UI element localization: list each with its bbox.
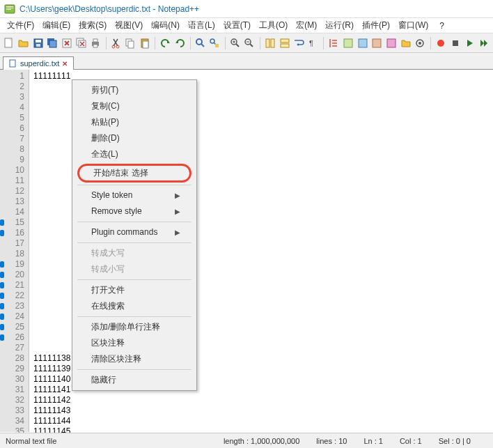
line-number: 1 [1, 71, 24, 82]
line-number: 28 [1, 353, 24, 364]
menu-language[interactable]: 语言(L) [184, 18, 219, 33]
menu-file[interactable]: 文件(F) [3, 18, 38, 33]
menu-help[interactable]: ? [435, 20, 448, 32]
line-number: 10 [1, 165, 24, 176]
status-length: length : 1,000,000,000 [224, 437, 299, 445]
line-number: 15 [1, 217, 24, 228]
code-area[interactable]: 剪切(T)复制(C)粘贴(P)删除(D)全选(L)开始/结束 选择Style t… [29, 70, 493, 432]
svg-rect-6 [36, 40, 41, 43]
context-menu-label: 在线搜索 [91, 301, 125, 311]
context-menu-item[interactable]: Style token▶ [75, 187, 194, 203]
menu-view[interactable]: 视图(V) [111, 18, 147, 33]
doc-list-icon[interactable] [370, 36, 384, 51]
indent-guide-icon[interactable] [327, 36, 341, 51]
context-menu-item[interactable]: 删除(D) [75, 130, 194, 146]
func-list-icon[interactable] [385, 36, 398, 51]
menu-search[interactable]: 搜索(S) [75, 18, 111, 33]
sync-v-icon[interactable] [264, 36, 277, 51]
context-menu-item[interactable]: Remove style▶ [75, 203, 194, 219]
wrap-icon[interactable] [292, 36, 306, 51]
line-number: 11 [1, 176, 24, 186]
svg-rect-29 [281, 39, 289, 43]
sync-h-icon[interactable] [278, 36, 291, 51]
open-file-icon[interactable] [17, 36, 31, 51]
replace-icon[interactable] [208, 36, 221, 51]
folder-workspace-icon[interactable] [399, 36, 412, 51]
menu-settings[interactable]: 设置(T) [219, 18, 255, 33]
tab-label: superdic.txt [20, 59, 59, 68]
ud-lang-icon[interactable] [342, 36, 355, 51]
record-icon[interactable] [435, 36, 448, 51]
close-doc-icon[interactable] [61, 36, 74, 51]
context-menu-item[interactable]: Plugin commands▶ [75, 224, 194, 240]
undo-icon[interactable] [159, 36, 172, 51]
line-number: 29 [1, 364, 24, 374]
context-menu-item[interactable]: 打开文件 [75, 282, 194, 298]
context-menu-item[interactable]: 全选(L) [75, 146, 194, 162]
menu-tools[interactable]: 工具(O) [255, 18, 292, 33]
menu-window[interactable]: 窗口(W) [394, 18, 432, 33]
context-menu-label: Plugin commands [91, 227, 157, 238]
paste-icon[interactable] [139, 36, 152, 51]
context-menu-item[interactable]: 隐藏行 [75, 372, 194, 388]
play-multi-icon[interactable] [477, 36, 490, 51]
line-number: 2 [1, 82, 24, 92]
line-number: 33 [1, 405, 24, 416]
menu-run[interactable]: 运行(R) [321, 18, 358, 33]
copy-icon[interactable] [124, 36, 137, 51]
chevron-right-icon: ▶ [175, 190, 180, 201]
code-line[interactable]: 11111143 [33, 405, 489, 416]
svg-rect-24 [215, 44, 219, 47]
save-icon[interactable] [31, 36, 45, 51]
context-menu-item[interactable]: 粘贴(P) [75, 114, 194, 130]
toolbar-separator [323, 37, 324, 49]
play-icon[interactable] [463, 36, 476, 51]
context-menu-item[interactable]: 开始/结束 选择 [77, 164, 191, 183]
menu-macro[interactable]: 宏(M) [292, 18, 321, 33]
line-number: 4 [1, 102, 24, 113]
new-file-icon[interactable] [3, 36, 16, 51]
line-number: 5 [1, 113, 24, 123]
menu-separator [77, 279, 191, 280]
close-all-icon[interactable] [75, 36, 88, 51]
cut-icon[interactable] [109, 36, 123, 51]
tab-superdic[interactable]: superdic.txt ✕ [3, 56, 74, 70]
line-number: 24 [1, 311, 24, 322]
toolbar-separator [106, 37, 107, 49]
line-number: 34 [1, 416, 24, 426]
line-number: 12 [1, 186, 24, 196]
menu-plugins[interactable]: 插件(P) [358, 18, 394, 33]
stop-icon[interactable] [448, 36, 462, 51]
save-all-icon[interactable] [46, 36, 59, 51]
line-number: 14 [1, 207, 24, 217]
context-menu-item[interactable]: 剪切(T) [75, 82, 194, 98]
doc-map-icon[interactable] [356, 36, 369, 51]
code-line[interactable]: 11111144 [33, 416, 489, 426]
context-menu-item[interactable]: 添加/删除单行注释 [75, 319, 194, 335]
menu-separator [77, 316, 191, 317]
close-icon[interactable]: ✕ [62, 60, 68, 68]
code-line[interactable]: 11111142 [33, 395, 489, 405]
zoom-out-icon[interactable] [243, 36, 256, 51]
context-menu-item[interactable]: 区块注释 [75, 335, 194, 351]
find-icon[interactable] [194, 36, 207, 51]
menu-edit[interactable]: 编辑(E) [38, 18, 75, 33]
context-menu-item[interactable]: 复制(C) [75, 98, 194, 114]
print-icon[interactable] [89, 36, 102, 51]
svg-text:¶: ¶ [309, 39, 313, 47]
monitor-icon[interactable] [414, 36, 427, 51]
redo-icon[interactable] [173, 36, 187, 51]
context-menu-item[interactable]: 清除区块注释 [75, 351, 194, 367]
menu-encoding[interactable]: 编码(N) [147, 18, 184, 33]
line-number: 3 [1, 92, 24, 102]
line-number: 8 [1, 144, 24, 155]
zoom-in-icon[interactable] [229, 36, 242, 51]
context-menu-item[interactable]: 在线搜索 [75, 298, 194, 314]
svg-rect-39 [453, 40, 458, 46]
context-menu-label: 隐藏行 [91, 375, 116, 385]
status-sel: Sel : 0 | 0 [439, 437, 471, 445]
chevron-right-icon: ▶ [175, 227, 180, 238]
context-menu-label: 开始/结束 选择 [93, 168, 148, 178]
all-chars-icon[interactable]: ¶ [307, 36, 320, 51]
svg-rect-1 [6, 6, 13, 7]
